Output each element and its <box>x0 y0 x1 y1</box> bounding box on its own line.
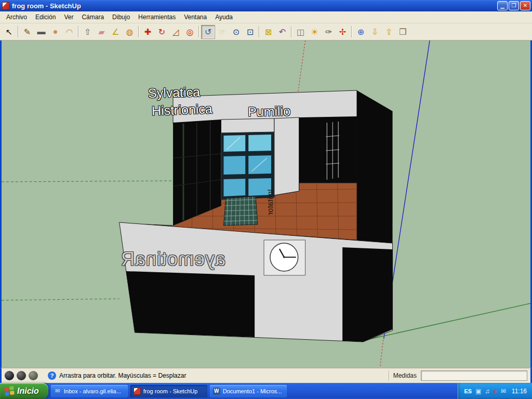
menu-ventana[interactable]: Ventana <box>180 12 211 22</box>
start-label: Inicio <box>17 387 39 396</box>
pan-hand-icon: ☞ <box>218 27 225 37</box>
taskbar: Inicio ✉ Inbox - alvaro.gil.elia... frog… <box>0 383 532 399</box>
rectangle-tool-button[interactable]: ▬ <box>34 25 48 39</box>
help-icon[interactable]: ? <box>48 371 56 380</box>
circle-icon: ● <box>53 27 58 36</box>
menu-herramientas[interactable]: Herramientas <box>134 12 180 22</box>
close-button[interactable]: ✕ <box>520 1 530 10</box>
messenger-icon[interactable]: ✉ <box>501 388 506 394</box>
zoom-icon: ⊙ <box>233 27 240 37</box>
select-tool-button[interactable]: ↖ <box>2 25 16 39</box>
circle-tool-button[interactable]: ● <box>48 25 62 39</box>
push-pull-tool-button[interactable]: ⇧ <box>81 25 95 39</box>
minimize-button[interactable]: ▁ <box>497 1 508 10</box>
sketchup-app-icon <box>2 2 10 10</box>
3d-viewport[interactable]: Sylvatica Histrionica Pumilio Ranitomeya… <box>0 41 532 368</box>
scale-icon: ◿ <box>172 27 179 37</box>
taskbar-item-word[interactable]: W Documento1 - Micros... <box>210 385 287 397</box>
sketchup-icon <box>134 388 141 395</box>
zoom-window-icon: ⊡ <box>247 27 254 37</box>
network-icon[interactable]: ▣ <box>475 388 481 394</box>
menu-dibujo[interactable]: Dibujo <box>108 12 134 22</box>
tape-measure-icon: ∠ <box>112 27 119 37</box>
pan-tool-button[interactable]: ☞ <box>215 25 229 39</box>
orbit-tool-button[interactable]: ↺ <box>201 25 215 39</box>
zoom-tool-button[interactable]: ⊙ <box>229 25 243 39</box>
system-tray: ES ▣ ♫ ● ✉ 11:16 <box>458 383 532 399</box>
zoom-window-tool-button[interactable]: ⊡ <box>243 25 257 39</box>
tape-measure-tool-button[interactable]: ∠ <box>109 25 123 39</box>
section-plane-tool-button[interactable]: ◫ <box>294 25 308 39</box>
shelf-label-histrionica: Histrionica <box>152 101 213 118</box>
toolbar: ↖ ✎ ▬ ● ◠ ⇧ ▰ ∠ ◍ ✚ ↻ ◿ ◎ ↺ ☞ ⊙ ⊡ ⊠ ↶ ◫ … <box>0 23 532 41</box>
menu-ayuda[interactable]: Ayuda <box>211 12 237 22</box>
arc-icon: ◠ <box>66 27 73 37</box>
paint-bucket-icon: ◍ <box>126 27 134 37</box>
language-indicator[interactable]: ES <box>464 388 472 394</box>
get-models-tool-button[interactable]: ⇩ <box>368 25 382 39</box>
menu-archivo[interactable]: Archivo <box>2 12 31 22</box>
toolbar-separator <box>198 26 200 37</box>
wall-right-of-glass <box>274 117 299 195</box>
eraser-icon: ▰ <box>98 27 104 37</box>
taskbar-item-sketchup[interactable]: frog room - SketchUp <box>130 385 207 397</box>
mail-icon: ✉ <box>54 388 61 395</box>
google-earth-tool-button[interactable]: ⊕ <box>354 25 368 39</box>
window-title: frog room - SketchUp <box>12 2 497 10</box>
toolbar-separator <box>259 26 260 37</box>
status-hint: Arrastra para orbitar. Mayúsculas = Desp… <box>59 372 389 379</box>
components-icon: ❒ <box>399 27 406 37</box>
toolbar-separator <box>138 26 139 37</box>
front-wall-right-dark <box>342 247 392 342</box>
status-icon-2 <box>17 371 26 380</box>
orbit-icon: ↺ <box>205 27 211 37</box>
offset-tool-button[interactable]: ◎ <box>183 25 197 39</box>
upload-icon: ⇪ <box>385 27 392 37</box>
volume-icon[interactable]: ♫ <box>485 388 490 394</box>
status-bar: ? Arrastra para orbitar. Mayúsculas = De… <box>0 368 532 383</box>
eraser-tool-button[interactable]: ▰ <box>95 25 109 39</box>
toolbar-separator <box>18 26 19 37</box>
status-icon-1 <box>5 371 14 380</box>
zoom-extents-tool-button[interactable]: ⊠ <box>261 25 275 39</box>
arc-tool-button[interactable]: ◠ <box>62 25 76 39</box>
section-plane-icon: ◫ <box>297 27 304 37</box>
menu-camara[interactable]: Cámara <box>77 12 108 22</box>
start-button[interactable]: Inicio <box>0 383 48 399</box>
menu-edicion[interactable]: Edición <box>31 12 60 22</box>
shelf-label-sylvatica: Sylvatica <box>148 85 201 101</box>
axes-tool-button[interactable]: ✢ <box>336 25 350 39</box>
previous-view-tool-button[interactable]: ↶ <box>275 25 289 39</box>
shadows-icon: ☀ <box>311 27 318 37</box>
paint-bucket-tool-button[interactable]: ◍ <box>123 25 137 39</box>
measurements-label: Medidas <box>393 372 417 379</box>
maximize-button[interactable]: ❐ <box>509 1 519 10</box>
globe-icon: ⊕ <box>357 27 364 37</box>
security-icon[interactable]: ● <box>494 388 497 394</box>
move-tool-button[interactable]: ✚ <box>141 25 155 39</box>
rotate-tool-button[interactable]: ↻ <box>155 25 169 39</box>
line-tool-button[interactable]: ✎ <box>20 25 34 39</box>
wall-above-glass <box>221 118 274 133</box>
statusbar-divider <box>389 370 389 381</box>
previous-view-icon: ↶ <box>279 27 286 37</box>
measurements-input[interactable] <box>421 370 527 381</box>
word-icon: W <box>213 388 220 395</box>
share-model-tool-button[interactable]: ⇪ <box>382 25 396 39</box>
shadows-tool-button[interactable]: ☀ <box>308 25 322 39</box>
wall-clock <box>264 240 305 275</box>
dimensions-tool-button[interactable]: ✑ <box>322 25 336 39</box>
menu-ver[interactable]: Ver <box>60 12 77 22</box>
status-icon-3 <box>29 371 38 380</box>
windows-flag-icon <box>4 386 15 396</box>
taskbar-item-inbox[interactable]: ✉ Inbox - alvaro.gil.elia... <box>51 385 128 397</box>
toolbar-separator <box>78 26 79 37</box>
zoom-extents-icon: ⊠ <box>265 27 272 37</box>
select-icon: ↖ <box>6 27 12 37</box>
components-tool-button[interactable]: ❒ <box>396 25 410 39</box>
download-icon: ⇩ <box>371 27 378 37</box>
menu-bar: Archivo Edición Ver Cámara Dibujo Herram… <box>0 11 532 23</box>
move-icon: ✚ <box>144 27 151 37</box>
push-pull-icon: ⇧ <box>84 27 91 37</box>
scale-tool-button[interactable]: ◿ <box>169 25 183 39</box>
